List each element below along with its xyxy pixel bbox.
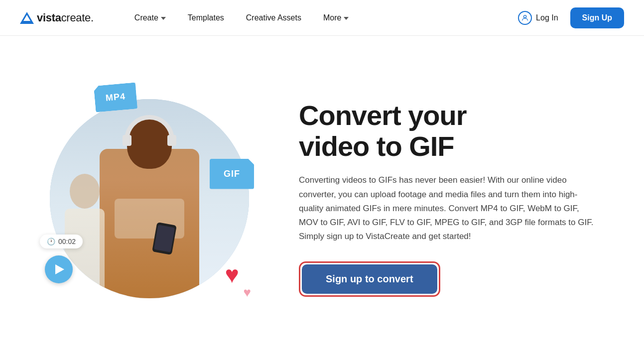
header-actions: Log In Sign Up: [512, 7, 624, 29]
logo-text: vistacreate.: [37, 11, 94, 24]
hero-illustration: MP4 GIF 🕐 00:02 ♥ ♥: [30, 69, 269, 328]
user-icon: [518, 11, 532, 25]
nav-item-more[interactable]: More: [312, 0, 360, 36]
signup-to-convert-button[interactable]: Sign up to convert: [302, 264, 437, 294]
hero-text: Convert your video to GIF Converting vid…: [299, 100, 598, 296]
chevron-down-icon: [344, 17, 349, 20]
cta-button-wrapper: Sign up to convert: [299, 261, 440, 297]
gif-badge: GIF: [210, 159, 254, 189]
photo-circle: [50, 99, 249, 298]
svg-point-0: [523, 15, 526, 17]
login-button[interactable]: Log In: [512, 7, 564, 29]
logo[interactable]: vistacreate.: [20, 11, 94, 24]
play-button[interactable]: [45, 255, 73, 283]
heart-large-icon: ♥: [225, 261, 240, 288]
nav-item-create[interactable]: Create: [124, 0, 177, 36]
nav-item-templates[interactable]: Templates: [177, 0, 235, 36]
timer-badge: 🕐 00:02: [40, 235, 83, 248]
logo-icon: [20, 12, 34, 24]
mp4-badge: MP4: [94, 82, 137, 112]
chevron-down-icon: [161, 17, 166, 20]
clock-icon: 🕐: [47, 238, 55, 245]
hero-description: Converting videos to GIFs has never been…: [299, 173, 598, 243]
site-header: vistacreate. Create Templates Creative A…: [0, 0, 644, 36]
hero-title: Convert your video to GIF: [299, 100, 598, 161]
signup-button[interactable]: Sign Up: [570, 7, 624, 28]
main-nav: Create Templates Creative Assets More: [124, 0, 512, 36]
play-icon: [55, 264, 64, 274]
nav-item-creative-assets[interactable]: Creative Assets: [235, 0, 312, 36]
heart-small-icon: ♥: [244, 285, 251, 300]
main-content: MP4 GIF 🕐 00:02 ♥ ♥ Convert your video t…: [0, 36, 644, 361]
